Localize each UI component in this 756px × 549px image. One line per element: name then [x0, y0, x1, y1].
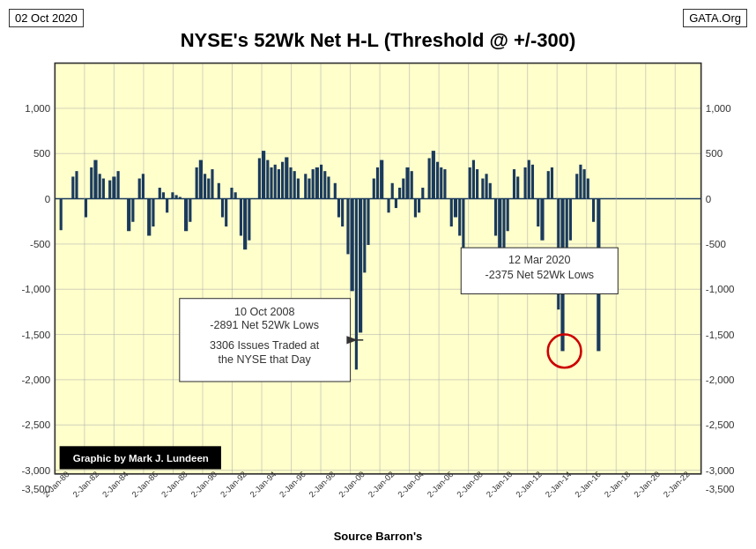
svg-rect-163 — [583, 169, 586, 199]
date-label: 02 Oct 2020 — [9, 9, 84, 27]
svg-rect-88 — [248, 199, 250, 241]
svg-rect-99 — [297, 179, 300, 199]
svg-rect-152 — [531, 165, 534, 199]
svg-rect-64 — [138, 179, 141, 199]
svg-rect-124 — [405, 167, 409, 199]
svg-text:-1,000: -1,000 — [21, 284, 50, 294]
svg-rect-66 — [147, 199, 151, 236]
svg-text:0: 0 — [706, 194, 711, 204]
svg-rect-51 — [60, 199, 63, 231]
svg-rect-165 — [592, 199, 595, 222]
svg-rect-136 — [458, 199, 461, 236]
svg-text:12 Mar 2020: 12 Mar 2020 — [508, 254, 571, 266]
svg-text:-1,000: -1,000 — [706, 284, 735, 294]
svg-rect-147 — [507, 199, 509, 232]
svg-rect-100 — [304, 174, 307, 198]
svg-rect-61 — [117, 171, 120, 198]
svg-rect-141 — [481, 179, 484, 199]
svg-rect-78 — [204, 174, 206, 198]
svg-rect-75 — [189, 199, 191, 222]
svg-rect-83 — [225, 199, 227, 226]
svg-rect-127 — [418, 199, 420, 213]
svg-rect-121 — [395, 199, 397, 208]
svg-rect-112 — [355, 199, 358, 370]
svg-rect-140 — [476, 169, 478, 199]
svg-rect-98 — [293, 171, 296, 198]
svg-rect-63 — [131, 199, 134, 222]
svg-rect-106 — [327, 176, 330, 198]
svg-rect-58 — [102, 179, 105, 199]
svg-text:-2,500: -2,500 — [706, 419, 735, 430]
svg-text:-2891 Net 52Wk Lows: -2891 Net 52Wk Lows — [210, 319, 319, 331]
svg-rect-120 — [391, 183, 394, 199]
svg-rect-65 — [142, 174, 145, 198]
svg-rect-129 — [428, 158, 431, 198]
svg-rect-67 — [152, 199, 154, 226]
svg-rect-116 — [373, 179, 375, 199]
svg-rect-156 — [551, 167, 553, 199]
svg-rect-160 — [569, 199, 572, 241]
svg-rect-96 — [285, 157, 288, 198]
svg-rect-102 — [312, 169, 315, 199]
svg-text:-3,500: -3,500 — [706, 484, 735, 494]
svg-rect-90 — [262, 151, 265, 198]
svg-text:-2,000: -2,000 — [706, 375, 735, 385]
svg-rect-94 — [278, 169, 280, 199]
svg-rect-151 — [528, 160, 530, 199]
svg-rect-126 — [414, 199, 417, 218]
svg-text:-2,500: -2,500 — [21, 419, 50, 430]
svg-rect-60 — [112, 176, 115, 198]
svg-rect-57 — [99, 174, 101, 198]
svg-rect-105 — [323, 171, 326, 198]
svg-text:Graphic by Mark J. Lundeen: Graphic by Mark J. Lundeen — [73, 453, 209, 464]
svg-rect-131 — [436, 162, 439, 199]
svg-rect-77 — [199, 160, 203, 199]
svg-rect-55 — [90, 167, 93, 199]
svg-text:500: 500 — [33, 148, 50, 159]
svg-rect-89 — [258, 158, 261, 198]
svg-rect-68 — [159, 188, 161, 199]
svg-rect-115 — [367, 199, 369, 245]
svg-rect-81 — [218, 183, 220, 199]
svg-rect-80 — [211, 169, 213, 199]
svg-rect-125 — [411, 171, 413, 198]
chart-area: 1,000 500 0 -500 -1,000 -1,500 -2,000 -2… — [9, 56, 747, 514]
svg-rect-104 — [320, 165, 322, 199]
svg-rect-72 — [175, 195, 178, 198]
svg-rect-144 — [494, 199, 497, 236]
svg-rect-161 — [575, 174, 578, 198]
svg-rect-162 — [579, 165, 582, 199]
svg-text:0: 0 — [45, 194, 50, 204]
svg-rect-155 — [547, 171, 550, 198]
svg-rect-92 — [270, 167, 272, 199]
svg-rect-138 — [469, 167, 471, 199]
svg-rect-71 — [171, 192, 174, 198]
svg-rect-53 — [75, 171, 78, 198]
svg-rect-56 — [93, 160, 97, 199]
svg-rect-84 — [230, 188, 233, 199]
svg-rect-145 — [498, 199, 501, 250]
svg-rect-91 — [266, 160, 269, 199]
svg-rect-164 — [587, 179, 589, 199]
svg-rect-85 — [234, 192, 237, 198]
header-bar: 02 Oct 2020 GATA.Org — [9, 9, 747, 27]
svg-rect-97 — [289, 167, 292, 199]
svg-rect-133 — [443, 169, 446, 199]
svg-text:10 Oct 2008: 10 Oct 2008 — [234, 306, 294, 318]
svg-rect-132 — [440, 167, 442, 199]
svg-text:-1,500: -1,500 — [21, 330, 50, 340]
svg-rect-82 — [221, 199, 224, 218]
svg-rect-79 — [207, 179, 210, 199]
svg-text:-3,000: -3,000 — [706, 465, 735, 476]
svg-text:3306 Issues Traded at: 3306 Issues Traded at — [210, 339, 320, 352]
source-label: GATA.Org — [683, 9, 747, 27]
svg-text:-500: -500 — [706, 239, 726, 249]
svg-rect-128 — [421, 188, 424, 199]
svg-rect-73 — [179, 197, 182, 198]
svg-rect-59 — [108, 181, 111, 199]
svg-rect-95 — [281, 162, 284, 199]
svg-rect-153 — [537, 199, 539, 226]
svg-rect-135 — [454, 199, 457, 218]
svg-rect-119 — [387, 199, 389, 213]
svg-text:500: 500 — [706, 148, 723, 159]
